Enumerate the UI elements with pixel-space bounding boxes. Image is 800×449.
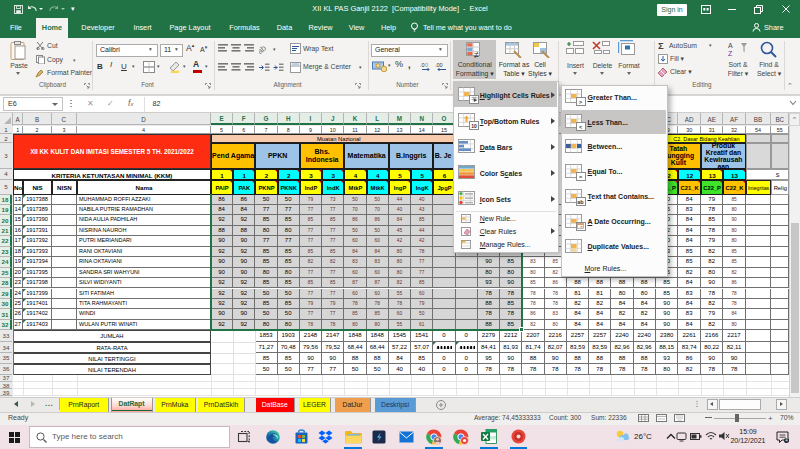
svg-text:.0: .0: [420, 62, 425, 68]
svg-text:0: 0: [425, 62, 428, 68]
svg-text:Z: Z: [728, 50, 733, 57]
svg-text:≠: ≠: [474, 50, 479, 59]
svg-text:A: A: [728, 42, 733, 49]
svg-text:ab: ab: [259, 44, 268, 54]
svg-text:.00: .00: [435, 62, 443, 68]
